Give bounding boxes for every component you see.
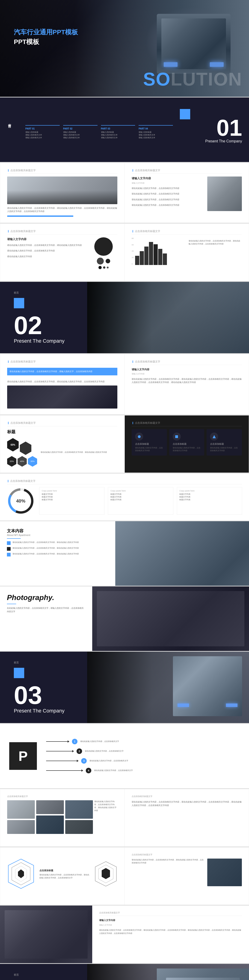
qianyan-label-3: 前言 <box>14 661 19 664</box>
photo-divider <box>7 604 16 604</box>
arrow-item-1: 1 请在此处输入您的文字内容，点击添加相关文字 <box>46 739 180 744</box>
solution-lution: LUTION <box>171 69 242 89</box>
toc-right-panel: 01 Present The Company <box>180 97 249 162</box>
donut-chart: 40% <box>7 487 35 515</box>
hex-right-img <box>207 859 242 886</box>
pr-text: 请在此处输入您的文字内容，点击添加相关文字内容，请在此处输入您的文字内容，点击添… <box>132 377 242 384</box>
text-with-image: 请输入文字内容 请输入文字内容 请在此处输入您的文字内容，点击添加相关文字内容 … <box>132 177 242 211</box>
text-block-1: 请在此处输入您的文字内容，点击添加相关文字内容 <box>132 187 204 190</box>
grid-header-r: 点击添加相关标题文字 <box>132 795 242 798</box>
svg-marker-11 <box>18 869 24 878</box>
section-3-car-bg <box>87 652 249 723</box>
toc-item-2[interactable]: PART 02 请输入您的标题请输入您的相关文本请输入您的相关文本 <box>63 125 97 139</box>
copy-box-1: Copy paste here 标题文字列表标题文字列表标题文字列表 <box>39 487 104 515</box>
hex-outline-layout: 点击添加标题 请在此处输入您的文字内容，点击添加相关文字内容，请在此处输入您的文… <box>7 853 117 895</box>
hex-4: 40% <box>18 456 27 467</box>
grid-text: 请在此处输入您的文字内容，点击添加相关文字内容，请在此处输入您的文字内容 <box>94 800 117 834</box>
dark-card-icon-3 <box>210 433 218 441</box>
toc-part-2: PART 02 <box>63 127 97 130</box>
panel-hex-left: 点击添加标题 请在此处输入您的文字内容，点击添加相关文字内容，请在此处输入您的文… <box>0 847 124 905</box>
y-axis: 80 60 40 20 0 <box>132 237 135 265</box>
toc-left-panel: 目录 <box>0 97 18 162</box>
interior-car-2 <box>0 905 92 963</box>
copy-box-2: Copy paste here 标题文字列表标题文字列表标题文字列表 <box>108 487 173 515</box>
linked-text-area: 请在此处输入您的文字内容，点击添加相关文字内容，请输入您的文字，点击添加相关内容… <box>7 368 117 409</box>
arrow-text-1: 请在此处输入您的文字内容，点击添加相关文字 <box>80 740 119 743</box>
arrowhead-1 <box>67 740 70 743</box>
arrows-container: 1 请在此处输入您的文字内容，点击添加相关文字 2 请在此处输入您的文字内容，点… <box>46 739 180 773</box>
interior-detail <box>97 591 244 646</box>
about-icon-3 <box>7 553 11 557</box>
circle-xs-3 <box>107 267 109 269</box>
copy-text-3: 标题文字列表标题文字列表标题文字列表 <box>179 493 239 501</box>
copy-text-1: 标题文字列表标题文字列表标题文字列表 <box>42 493 102 501</box>
header-5: ▎ 点击添加相关标题文字 <box>7 360 117 365</box>
interior-car-image <box>92 586 249 651</box>
dark-card-title-1: 点击添加标题 <box>135 442 163 445</box>
bar-2 <box>140 251 144 265</box>
toc-part-1: PART 01 <box>26 127 60 130</box>
arrow-circle-2: 2 <box>77 748 82 754</box>
toc-content: PART 01 请输入您的标题请输入您的相关文本请输入您的相关文本 PART 0… <box>18 97 180 162</box>
pr-sub: 请输入文字内容 <box>132 372 242 375</box>
toc-part-3: PART 03 <box>101 127 135 130</box>
panel-4-left: ▎ 点击添加相关标题文字 标题 60% 20% 40% 30% <box>0 415 124 473</box>
about-icon-2 <box>7 547 11 551</box>
arrow-line-3 <box>46 760 78 761</box>
slide-hex-outline: 点击添加标题 请在此处输入您的文字内容，点击添加相关文字内容，请在此处输入您的文… <box>0 847 249 905</box>
hex-text-block: 点击添加标题 请在此处输入您的文字内容，点击添加相关文字内容，请在此处输入您的文… <box>40 869 90 880</box>
arrow-item-2: 2 请在此处输入您的文字内容，点击添加相关文字 <box>46 748 180 754</box>
interior-body: 请在此处输入您的文字内容，点击添加相关文字内容，请在此处输入您的文字内容，点击添… <box>99 929 242 935</box>
circle-text: 请在此处输入您的文字内容，点击添加相关文字内容，请在此处输入您的文字内容 <box>7 243 86 247</box>
toc-item-1[interactable]: PART 01 请输入您的标题请输入您的相关文本请输入您的相关文本 <box>26 125 60 139</box>
grid-img-4 <box>36 816 64 834</box>
svg-point-0 <box>138 435 140 438</box>
about-title: 文本内容 <box>7 528 109 534</box>
heading-sub: 请输入文字内容 <box>132 182 204 185</box>
slide-section-4: 前言 04 Present The Company <box>0 964 249 980</box>
dark-card-icon-1 <box>135 433 143 441</box>
slide-content-1: ▎ 点击添加相关标题文字 请在此处输入您的文字内容，点击添加相关文字内容，请在此… <box>0 163 249 223</box>
circle-text-2: 请在此处输入您的文字内容，点击添加相关文字内容 <box>7 249 86 252</box>
arrowhead-2 <box>72 750 75 752</box>
toc-item-3[interactable]: PART 03 请输入您的标题请输入您的相关文本请输入您的相关文本 <box>101 125 135 139</box>
circle-text-block: 请输入文字内容 请在此处输入您的文字内容，点击添加相关文字内容，请在此处输入您的… <box>7 237 86 258</box>
image-block-right <box>207 177 242 211</box>
qianyan-label-2: 前言 <box>14 291 19 294</box>
circle-xs-2 <box>103 266 105 269</box>
svg-rect-1 <box>175 435 178 438</box>
text-content-1: 请在此处输入您的文字内容，点击添加相关文字内容，请在此处输入您的文字内容，点击添… <box>7 207 117 213</box>
slide-content-4: ▎ 点击添加相关标题文字 标题 60% 20% 40% 30% <box>0 415 249 473</box>
hex-3: 20% <box>7 456 16 467</box>
dark-card-text-2: 请在此处输入您的文字内容，点击添加相关文字内容 <box>173 447 201 452</box>
copy-label-2: Copy paste here <box>110 490 171 492</box>
hex-group: 60% 20% 40% 30% <box>7 438 37 467</box>
circle-sm-2 <box>105 259 110 263</box>
hex-row-1: 60% <box>7 438 37 455</box>
bar-1 <box>135 256 139 265</box>
arrow-text-2: 请在此处输入您的文字内容，点击添加相关文字 <box>85 750 124 752</box>
hex-row-2: 20% 40% 30% <box>7 456 37 467</box>
slide-content-2: ▎ 点击添加相关标题文字 请输入文字内容 请在此处输入您的文字内容，点击添加相关… <box>0 224 249 281</box>
about-text-3: 请在此处输入您的文字内容，点击添加相关文字内容，请在此处输入您的文字内容 <box>13 552 79 555</box>
panel-1-left: ▎ 点击添加相关标题文字 请在此处输入您的文字内容，点击添加相关文字内容，请在此… <box>0 163 124 223</box>
toc-number: 01 <box>217 116 242 139</box>
dark-card-3: 点击添加标题 请在此处输入您的文字内容，点击添加相关文字内容 <box>207 429 242 455</box>
about-item-3: 请在此处输入您的文字内容，点击添加相关文字内容，请在此处输入您的文字内容 <box>7 552 109 557</box>
arrow-circle-4: 4 <box>86 768 91 773</box>
header-6: ▎ 点击添加相关标题文字 <box>132 360 242 365</box>
chart-layout: 80 60 40 20 0 <box>132 237 242 265</box>
slide-donut-chart: ▎ 点击添加相关标题文字 40% Copy paste here 标题文字列表标… <box>0 474 249 520</box>
header-blue-1: ▎ <box>7 169 10 172</box>
grid-col-3 <box>65 800 93 834</box>
slide-image-grid: 点击添加相关标题文字 请在此处输入您的文字内容，点击添加相关文字内容，请在此处输… <box>0 789 249 846</box>
panel-grid-left: 点击添加相关标题文字 请在此处输入您的文字内容，点击添加相关文字内容，请在此处输… <box>0 789 124 846</box>
nested-hexes <box>7 858 35 891</box>
toc-item-4[interactable]: PART 04 请输入您的标题请输入您的相关文本请输入您的相关文本 <box>139 125 173 139</box>
photo-left: Photography. 在此处输入您的文字内容，点击添加相关文字，请输入您的文… <box>0 586 92 651</box>
interior-subheading: 请输入文字内容 <box>99 924 242 926</box>
panel-2-left: ▎ 点击添加相关标题文字 请输入文字内容 请在此处输入您的文字内容，点击添加相关… <box>0 224 124 281</box>
dark-card-2: 点击添加标题 请在此处输入您的文字内容，点击添加相关文字内容 <box>169 429 204 455</box>
header-9: ▎ 点击添加相关标题文字 <box>7 479 242 484</box>
hex-svg <box>7 858 35 890</box>
